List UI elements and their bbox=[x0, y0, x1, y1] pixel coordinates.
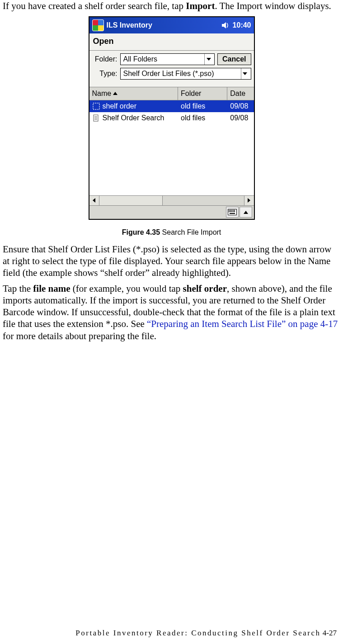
file-folder: old files bbox=[178, 102, 227, 111]
sort-asc-icon bbox=[113, 92, 117, 95]
file-row[interactable]: shelf order old files 09/08 bbox=[89, 100, 254, 112]
horizontal-scrollbar[interactable] bbox=[89, 195, 254, 205]
window-title: ILS Inventory bbox=[107, 21, 221, 30]
cross-reference-link[interactable]: “Preparing an Item Search List File” on … bbox=[147, 318, 338, 329]
speaker-icon bbox=[221, 21, 231, 29]
file-name: Shelf Order Search bbox=[103, 114, 164, 123]
keyboard-icon[interactable] bbox=[226, 207, 239, 218]
file-folder: old files bbox=[178, 114, 227, 123]
svg-rect-17 bbox=[230, 213, 235, 214]
intro-paragraph: If you have created a shelf order search… bbox=[3, 0, 340, 12]
device-screenshot: ILS Inventory 10:40 Open Folder: All Fol… bbox=[89, 16, 255, 220]
scroll-left-button[interactable] bbox=[89, 196, 99, 205]
svg-rect-10 bbox=[233, 210, 234, 211]
chevron-down-icon[interactable] bbox=[204, 54, 212, 65]
scroll-track[interactable] bbox=[99, 196, 244, 205]
scroll-thumb[interactable] bbox=[99, 196, 163, 205]
footer-page-number: 4-27 bbox=[323, 629, 337, 637]
svg-rect-12 bbox=[229, 211, 230, 212]
svg-rect-9 bbox=[231, 210, 232, 211]
svg-rect-8 bbox=[230, 210, 231, 211]
figure-label: Figure 4.35 bbox=[122, 228, 160, 236]
column-header-folder[interactable]: Folder bbox=[178, 87, 227, 100]
svg-rect-13 bbox=[230, 211, 231, 212]
cancel-button[interactable]: Cancel bbox=[217, 53, 251, 65]
footer-chapter-title: Portable Inventory Reader: Conducting Sh… bbox=[75, 629, 320, 637]
chevron-down-icon[interactable] bbox=[241, 68, 249, 79]
intro-bold: Import bbox=[186, 0, 215, 11]
type-label: Type: bbox=[92, 69, 117, 78]
paragraph-ensure: Ensure that Shelf Order List Files (*.ps… bbox=[3, 243, 340, 279]
folder-combo-value: All Folders bbox=[123, 55, 205, 64]
scroll-right-button[interactable] bbox=[244, 196, 254, 205]
file-date: 09/08 bbox=[227, 114, 254, 123]
svg-rect-16 bbox=[234, 211, 235, 212]
column-header-name-label: Name bbox=[92, 89, 112, 98]
column-header-name[interactable]: Name bbox=[89, 87, 179, 100]
type-combo[interactable]: Shelf Order List Files (*.pso) bbox=[120, 68, 251, 80]
file-list: shelf order old files 09/08 Shelf Order … bbox=[89, 100, 254, 195]
intro-post: . The Import window displays. bbox=[215, 0, 331, 11]
clock-text: 10:40 bbox=[233, 21, 251, 30]
svg-rect-7 bbox=[229, 210, 230, 211]
svg-marker-0 bbox=[222, 22, 226, 28]
file-row[interactable]: Shelf Order Search old files 09/08 bbox=[89, 112, 254, 124]
windows-logo-icon bbox=[92, 19, 104, 31]
bottom-toolbar bbox=[89, 205, 254, 219]
figure-caption: Figure 4.35 Search File Import bbox=[3, 228, 340, 237]
figure-caption-text: Search File Import bbox=[160, 228, 221, 236]
paragraph-tap: Tap the file name (for example, you woul… bbox=[3, 283, 340, 342]
intro-pre: If you have created a shelf order search… bbox=[3, 0, 186, 11]
svg-rect-15 bbox=[233, 211, 234, 212]
type-combo-value: Shelf Order List Files (*.pso) bbox=[123, 69, 241, 78]
file-date: 09/08 bbox=[227, 102, 254, 111]
page-footer: Portable Inventory Reader: Conducting Sh… bbox=[0, 628, 343, 638]
column-header-date[interactable]: Date bbox=[227, 87, 254, 100]
svg-rect-14 bbox=[231, 211, 232, 212]
file-icon bbox=[92, 102, 100, 110]
folder-label: Folder: bbox=[92, 55, 117, 64]
file-name: shelf order bbox=[103, 102, 137, 111]
file-icon bbox=[92, 114, 100, 122]
file-list-header: Name Folder Date bbox=[89, 87, 254, 100]
svg-rect-1 bbox=[93, 103, 99, 109]
svg-rect-11 bbox=[234, 210, 235, 211]
open-dialog-title: Open bbox=[89, 33, 254, 51]
folder-combo[interactable]: All Folders bbox=[120, 53, 215, 65]
window-titlebar: ILS Inventory 10:40 bbox=[89, 17, 254, 33]
open-dialog-form: Folder: All Folders Cancel Type: Shelf O… bbox=[89, 51, 254, 87]
panel-up-button[interactable] bbox=[240, 207, 252, 218]
